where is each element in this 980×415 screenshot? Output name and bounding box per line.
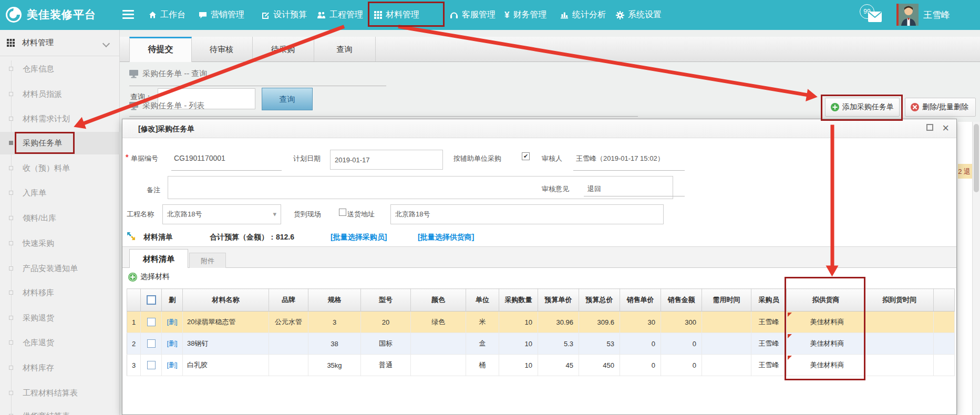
delete-row-link[interactable]: [删] — [162, 355, 183, 376]
tab-pending-audit[interactable]: 待审核 — [191, 37, 253, 61]
col-need-time: 需用时间 — [702, 289, 751, 312]
arrive-site-checkbox[interactable] — [339, 209, 346, 216]
plan-date-input[interactable]: 2019-01-17 — [330, 150, 443, 170]
inner-tab-material-list[interactable]: 材料清单 — [129, 249, 188, 268]
col-budget-price: 预算单价 — [538, 289, 579, 312]
home-icon — [149, 11, 157, 19]
nav-item-finance[interactable]: ¥ 财务管理 — [504, 0, 546, 30]
material-list-label: 材料清单 — [143, 233, 173, 242]
col-qty: 采购数量 — [499, 289, 538, 312]
tree-bullet — [9, 166, 13, 170]
notifications-mail[interactable]: 99 — [860, 4, 889, 26]
query-section-title: 采购任务单 -- 查询 — [129, 69, 207, 79]
select-caret-icon: ▾ — [273, 210, 276, 218]
sidebar-item-quick-purchase[interactable]: 快速采购 — [0, 235, 119, 252]
monitor-icon — [129, 70, 138, 78]
tree-bullet — [9, 241, 13, 245]
edit-icon — [262, 11, 270, 19]
app-title: 美佳装修平台 — [27, 7, 96, 22]
nav-item-settings[interactable]: 系统设置 — [616, 0, 662, 30]
order-no-label: 单据编号 — [131, 154, 158, 163]
batch-select-buyer-link[interactable]: [批量选择采购员] — [331, 233, 387, 242]
close-icon[interactable]: × — [942, 121, 949, 135]
row-checkbox[interactable] — [147, 361, 156, 369]
row-checkbox[interactable] — [147, 339, 156, 348]
row-checkbox[interactable] — [147, 318, 156, 326]
sidebar-item-material-move[interactable]: 材料移库 — [0, 284, 119, 301]
address-input: 北京路18号 — [390, 204, 664, 224]
col-unit: 单位 — [466, 289, 499, 312]
sidebar-item-purchase-return[interactable]: 采购退货 — [0, 309, 119, 326]
tree-bullet — [9, 191, 13, 195]
tree-bullet — [9, 391, 13, 395]
sidebar-item-outbound[interactable]: 领料/出库 — [0, 210, 119, 226]
sidebar-item-material-assign[interactable]: 材料员指派 — [0, 86, 119, 102]
scrollbar-thumb[interactable] — [974, 124, 979, 192]
annotation-arrow-to-supplier-column — [831, 125, 834, 267]
sidebar-item-warehouse-return[interactable]: 仓库退货 — [0, 334, 119, 351]
select-material-button[interactable]: 选择材料 — [128, 272, 170, 282]
col-arrive-time: 拟到货时间 — [865, 289, 934, 312]
sidebar-item-material-stock[interactable]: 材料库存 — [0, 359, 119, 376]
tree-bullet — [9, 316, 13, 320]
x-circle-icon — [911, 103, 919, 111]
top-navbar: 美佳装修平台 工作台 营销管理 设计预算 工程管理 材料管理 客服管理 ¥ — [0, 0, 980, 30]
divider — [129, 116, 638, 117]
aux-unit-checkbox-checked[interactable]: ✔ — [522, 152, 530, 160]
page-tabstrip: 待提交 待审核 待采购 查询 — [120, 37, 980, 62]
nav-item-customer-service[interactable]: 客服管理 — [450, 0, 496, 30]
delete-row-link[interactable]: [删] — [162, 333, 183, 355]
menu-toggle-icon[interactable] — [122, 10, 134, 21]
tree-bullet — [9, 266, 13, 271]
col-checkbox — [141, 289, 162, 312]
sidebar-item-warehouse-info[interactable]: 仓库信息 — [0, 60, 119, 77]
field-underline — [171, 170, 282, 171]
project-select[interactable]: 北京路18号 ▾ — [162, 204, 281, 224]
sidebar-item-receive-order[interactable]: 收（预）料单 — [0, 160, 119, 177]
vertical-scrollbar[interactable] — [972, 122, 980, 415]
budget-total: 合计预算（金额）：812.6 — [210, 233, 294, 242]
sidebar-item-clipped[interactable]: 供货商结算表 — [0, 408, 119, 415]
col-buyer: 采购员 — [751, 289, 787, 312]
maximize-icon[interactable] — [926, 124, 933, 131]
tab-query[interactable]: 查询 — [314, 37, 376, 61]
nav-item-statistics[interactable]: 统计分析 — [560, 0, 606, 30]
select-all-checkbox[interactable] — [147, 295, 156, 305]
aux-unit-label: 按辅助单位采购 — [453, 154, 501, 163]
tab-pending-submit[interactable]: 待提交 — [129, 37, 192, 62]
annotation-box-supplier-column — [785, 277, 865, 380]
sidebar-item-inbound-order[interactable]: 入库单 — [0, 184, 119, 201]
mail-icon — [868, 12, 882, 22]
bar-chart-icon — [560, 11, 569, 19]
col-brand: 品牌 — [269, 289, 308, 312]
nav-item-design-budget[interactable]: 设计预算 — [262, 0, 307, 30]
order-no-value[interactable]: CG1901170001 — [174, 154, 225, 162]
query-button[interactable]: 查询 — [262, 88, 313, 110]
logo-icon — [5, 6, 22, 23]
users-icon — [317, 11, 326, 19]
annotation-box-material-mgmt — [368, 2, 445, 27]
col-model: 型号 — [361, 289, 411, 312]
nav-item-marketing[interactable]: 营销管理 — [199, 0, 244, 30]
current-user[interactable]: 王雪峰 — [923, 0, 950, 30]
tree-bullet — [9, 216, 13, 220]
avatar[interactable] — [896, 4, 919, 26]
batch-select-supplier-link[interactable]: [批量选择供货商] — [418, 233, 474, 242]
delete-batch-button[interactable]: 删除/批量删除 — [905, 98, 976, 117]
sidebar-header-material-mgmt[interactable]: 材料管理 — [0, 30, 119, 56]
col-sale-total: 销售金额 — [661, 289, 702, 312]
tree-bullet — [9, 141, 13, 145]
col-color: 颜色 — [411, 289, 466, 312]
col-spec: 规格 — [308, 289, 361, 312]
background-list-row-fragment: 02 退 — [958, 164, 973, 179]
audit-opinion-value: 退回 — [587, 184, 601, 194]
sidebar-item-settlement-sheet[interactable]: 工程材料结算表 — [0, 385, 119, 401]
delete-row-link[interactable]: [删] — [162, 312, 183, 333]
inner-tab-attachments[interactable]: 附件 — [189, 253, 226, 268]
sidebar-item-install-notice[interactable]: 产品安装通知单 — [0, 260, 119, 277]
annotation-box-add-button — [821, 95, 903, 121]
tree-bullet — [9, 340, 13, 345]
sidebar: 材料管理 仓库信息 材料员指派 材料需求计划 采购任务单 收（预）料单 入库单 … — [0, 30, 120, 415]
divider — [129, 86, 386, 86]
nav-item-workbench[interactable]: 工作台 — [149, 0, 185, 30]
